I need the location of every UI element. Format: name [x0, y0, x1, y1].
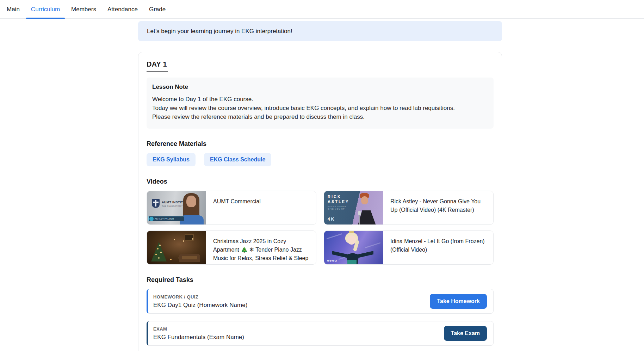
lesson-note-line: Please review the reference materials an…	[152, 112, 488, 121]
task-name: EKG Fundamentals (Exam Name)	[153, 334, 244, 341]
video-thumbnail-let-it-go: vevo	[324, 231, 383, 264]
ice-streaks	[327, 233, 342, 239]
lesson-note-line: Welcome to Day 1 of the EKG course.	[152, 95, 488, 104]
video-thumbnail-christmas-jazz	[147, 231, 206, 264]
video-card-let-it-go[interactable]: vevo Idina Menzel - Let It Go (from Froz…	[324, 230, 494, 265]
lower-third-banner: ASHLEY PALMER	[148, 216, 184, 221]
tab-members[interactable]: Members	[66, 6, 101, 18]
microphone-icon	[358, 211, 361, 215]
lesson-note-box: Lesson Note Welcome to Day 1 of the EKG …	[147, 78, 494, 129]
videos-heading: Videos	[147, 178, 494, 185]
microphone-stand	[359, 215, 360, 224]
tab-main[interactable]: Main	[2, 6, 25, 18]
top-tab-bar: Main Curriculum Members Attendance Grade	[0, 0, 644, 19]
video-card-rick-astley[interactable]: RICK ASTLEY NEVER GONNA GIVE YOU UP 4K R…	[324, 191, 494, 225]
reference-chip-ekg-syllabus[interactable]: EKG Syllabus	[147, 153, 196, 166]
welcome-banner-text: Let’s begin your learning journey in EKG…	[147, 28, 292, 35]
task-type-label: EXAM	[153, 326, 244, 332]
couch-cushion	[182, 256, 197, 259]
task-name: EKG Day1 Quiz (Homework Name)	[153, 302, 247, 309]
take-homework-button[interactable]: Take Homework	[430, 294, 487, 309]
lesson-note-heading: Lesson Note	[152, 84, 488, 91]
day-1-card: DAY 1 Lesson Note Welcome to Day 1 of th…	[138, 52, 502, 351]
rick-astley-title-text: RICK ASTLEY	[328, 194, 349, 204]
video-title: Idina Menzel - Let It Go (from Frozen) (…	[383, 231, 493, 264]
lesson-note-line: Today we will review the course overview…	[152, 104, 488, 112]
rick-astley-subtitle-text: NEVER GONNA GIVE YOU UP	[328, 205, 347, 210]
videos-grid: AUMT INSTITUTE THE PHLEBOTOMY SCHOOL ASH…	[147, 191, 494, 265]
elsa-dress	[347, 260, 357, 264]
lower-third-name: ASHLEY PALMER	[155, 218, 174, 220]
curriculum-content: Let’s begin your learning journey in EKG…	[138, 21, 502, 351]
tab-curriculum[interactable]: Curriculum	[26, 6, 65, 18]
take-exam-button[interactable]: Take Exam	[444, 326, 487, 341]
lower-third-logo-icon	[149, 217, 154, 221]
task-type-label: HOMEWORK / QUIZ	[153, 294, 247, 300]
day-title: DAY 1	[147, 60, 168, 72]
tab-attendance[interactable]: Attendance	[103, 6, 143, 18]
wall-frame	[185, 234, 194, 241]
video-title: Christmas Jazz 2025 in Cozy Apartment 🎄 …	[206, 231, 316, 264]
reference-materials-heading: Reference Materials	[147, 140, 494, 148]
video-thumbnail-rick-astley: RICK ASTLEY NEVER GONNA GIVE YOU UP 4K	[324, 191, 383, 224]
aumt-shield-icon	[152, 199, 160, 208]
video-title: Rick Astley - Never Gonna Give You Up (O…	[383, 191, 493, 224]
singer-face	[361, 196, 368, 204]
elsa-crown	[349, 231, 354, 233]
string-lights	[158, 257, 160, 259]
video-card-christmas-jazz[interactable]: Christmas Jazz 2025 in Cozy Apartment 🎄 …	[147, 230, 316, 265]
reference-chip-ekg-class-schedule[interactable]: EKG Class Schedule	[204, 153, 271, 166]
reference-materials-list: EKG Syllabus EKG Class Schedule	[147, 153, 494, 166]
elsa-face	[347, 235, 356, 245]
tab-grade[interactable]: Grade	[144, 6, 171, 18]
video-title: AUMT Commercial	[206, 191, 265, 224]
4k-badge: 4K	[328, 217, 335, 222]
task-info: EXAM EKG Fundamentals (Exam Name)	[153, 326, 244, 341]
task-info: HOMEWORK / QUIZ EKG Day1 Quiz (Homework …	[153, 294, 247, 309]
task-card-homework: HOMEWORK / QUIZ EKG Day1 Quiz (Homework …	[147, 289, 494, 314]
video-thumbnail-aumt: AUMT INSTITUTE THE PHLEBOTOMY SCHOOL ASH…	[147, 191, 206, 224]
welcome-banner: Let’s begin your learning journey in EKG…	[138, 21, 502, 41]
video-card-aumt-commercial[interactable]: AUMT INSTITUTE THE PHLEBOTOMY SCHOOL ASH…	[147, 191, 316, 225]
vevo-watermark: vevo	[327, 258, 337, 263]
person-face	[186, 196, 196, 207]
task-card-exam: EXAM EKG Fundamentals (Exam Name) Take E…	[147, 321, 494, 346]
required-tasks-heading: Required Tasks	[147, 276, 494, 284]
